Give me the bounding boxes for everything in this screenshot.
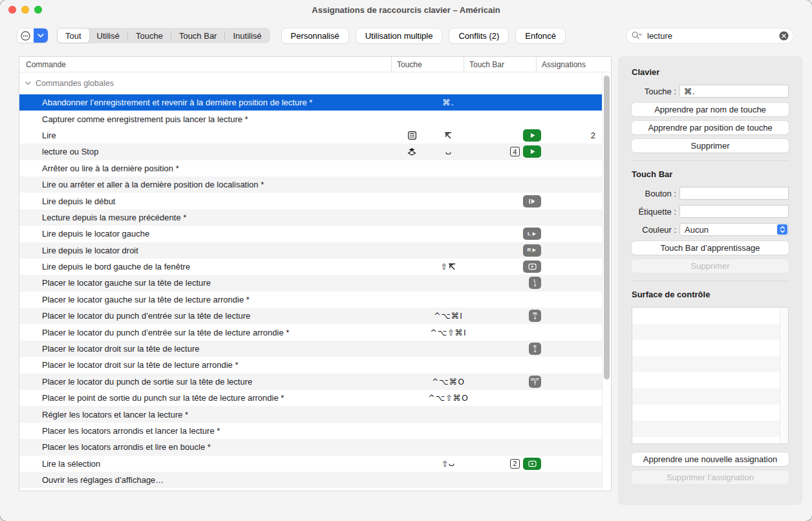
filter-inutilise[interactable]: Inutilisé bbox=[225, 28, 269, 43]
key-field[interactable] bbox=[679, 85, 789, 98]
table-row[interactable]: Placer le point de sortie du punch sur l… bbox=[19, 390, 602, 406]
table-row[interactable]: Lire ou arrêter et aller à la dernière p… bbox=[19, 176, 602, 193]
learn-by-key-position-button[interactable]: Apprendre par position de touche bbox=[632, 121, 789, 134]
window-title: Assignations de raccourcis clavier – Amé… bbox=[0, 0, 812, 19]
touch-bar-cell: R↓ bbox=[473, 343, 545, 355]
touch-bar-button-label: Bouton : bbox=[632, 189, 676, 198]
learn-by-key-name-button[interactable]: Apprendre par nom de touche bbox=[632, 103, 789, 116]
window-controls bbox=[8, 6, 42, 14]
learn-new-assignment-button[interactable]: Apprendre une nouvelle assignation bbox=[632, 452, 789, 466]
titlebar: Assignations de raccourcis clavier – Amé… bbox=[0, 0, 812, 19]
touch-bar-cell: L↓ bbox=[473, 277, 545, 289]
touch-bar-cell: L bbox=[473, 228, 545, 240]
table-row[interactable]: Placer les locators arrondis et lancer l… bbox=[19, 423, 602, 439]
touch-bar-play-badge bbox=[523, 145, 541, 158]
touch-bar-count-badge: 4 bbox=[510, 147, 520, 156]
table-row[interactable]: Lecture depuis la mesure précédente * bbox=[19, 209, 602, 226]
chevron-down-icon[interactable] bbox=[34, 28, 48, 43]
utilisation-multiple-button[interactable]: Utilisation multiple bbox=[356, 28, 442, 43]
key-commands-window: Assignations de raccourcis clavier – Amé… bbox=[0, 0, 812, 521]
table-row[interactable]: Placer le locator gauche sur la tête de … bbox=[19, 275, 602, 291]
touch-bar-stack-badge: OUT↑ bbox=[529, 376, 541, 388]
key-shortcut: ⌘. bbox=[423, 98, 473, 107]
select-stepper-icon[interactable] bbox=[777, 224, 787, 235]
table-row[interactable]: Placer les locators arrondis et lire en … bbox=[19, 439, 602, 455]
table-row[interactable]: Ouvrir les réglages d’affichage… bbox=[19, 472, 602, 488]
table-row[interactable]: Lire la sélection⇧2 bbox=[19, 456, 602, 472]
touch-bar-play-badge bbox=[523, 129, 541, 142]
touch-bar-cell bbox=[473, 195, 545, 207]
touch-bar-cell: IN↓ bbox=[473, 310, 545, 322]
filter-touche[interactable]: Touche bbox=[128, 28, 171, 43]
command-label: Abandonner l’enregistrement et revenir à… bbox=[19, 98, 400, 107]
command-label: Régler les locators et lancer la lecture… bbox=[19, 410, 400, 420]
touch-bar-label-label: Étiquette : bbox=[632, 207, 676, 217]
table-row[interactable]: Lire2 bbox=[19, 127, 602, 144]
table-row[interactable]: Placer le locator du punch d’entrée sur … bbox=[19, 308, 602, 324]
touch-bar-cell: 2 bbox=[473, 458, 545, 470]
touch-bar-button-field[interactable] bbox=[679, 187, 789, 200]
table-row[interactable]: Abandonner l’enregistrement et revenir à… bbox=[19, 94, 602, 111]
table-row[interactable]: Lire depuis le début bbox=[19, 193, 602, 209]
delete-key-button[interactable]: Supprimer bbox=[632, 139, 789, 153]
key-shortcut: ^⌥⌘O bbox=[423, 377, 473, 387]
command-label: Lire bbox=[19, 131, 400, 140]
delete-assignment-button: Supprimer l’assignation bbox=[632, 471, 789, 484]
table-scrollbar-thumb[interactable] bbox=[604, 76, 610, 379]
filter-touch-bar[interactable]: Touch Bar bbox=[171, 28, 225, 43]
table-row[interactable]: Régler les locators et lancer la lecture… bbox=[19, 406, 602, 422]
circle-ellipsis-icon[interactable] bbox=[17, 28, 34, 43]
command-label: Placer le locator droit sur la tête de l… bbox=[19, 344, 400, 354]
table-row[interactable]: Capturer comme enregistrement puis lance… bbox=[19, 111, 602, 127]
zoom-window-button[interactable] bbox=[34, 6, 42, 14]
table-row[interactable]: Lire depuis le locator droitR bbox=[19, 242, 602, 259]
table-row[interactable]: lecture ou Stop4 bbox=[19, 144, 602, 160]
filter-segmented-control: Tout Utilisé Touche Touch Bar Inutilisé bbox=[57, 28, 270, 43]
command-label: Lire depuis le bord gauche de la fenêtre bbox=[19, 262, 400, 271]
column-header-assignations[interactable]: Assignations bbox=[536, 57, 611, 72]
close-window-button[interactable] bbox=[8, 6, 16, 14]
color-select-value: Aucun bbox=[685, 225, 709, 235]
table-row[interactable]: Lire depuis le bord gauche de la fenêtre… bbox=[19, 259, 602, 275]
touch-bar-learn-button[interactable]: Touch Bar d’apprentissage bbox=[632, 241, 789, 255]
column-header-touche[interactable]: Touche bbox=[391, 57, 464, 72]
color-select[interactable]: Aucun bbox=[679, 223, 789, 236]
search-field[interactable] bbox=[626, 28, 793, 43]
table-row[interactable]: Placer le locator droit sur la tête de l… bbox=[19, 341, 602, 357]
touch-bar-stack-badge: R↓ bbox=[529, 343, 541, 355]
filter-utilise[interactable]: Utilisé bbox=[89, 28, 127, 43]
command-table-body: Commandes globalesAbandonner l’enregistr… bbox=[19, 72, 611, 488]
table-scrollbar[interactable] bbox=[602, 73, 611, 491]
group-row-commandes-globales[interactable]: Commandes globales bbox=[19, 72, 602, 94]
key-shortcut: ^⌥⇧⌘I bbox=[423, 328, 473, 337]
command-label: Placer le locator du punch de sortie sur… bbox=[19, 377, 400, 387]
table-row[interactable]: Placer le locator du punch de sortie sur… bbox=[19, 374, 602, 390]
clear-search-icon[interactable] bbox=[779, 31, 789, 41]
command-label: Lecture depuis la mesure précédente * bbox=[19, 213, 400, 222]
search-input[interactable] bbox=[646, 30, 779, 41]
action-menu-split-button[interactable] bbox=[17, 28, 48, 43]
table-row[interactable]: Placer le locator droit sur la tête de l… bbox=[19, 357, 602, 373]
touch-bar-cell bbox=[473, 129, 545, 142]
command-label: Placer le locator du punch d’entrée sur … bbox=[19, 311, 400, 321]
control-surface-assignment-list[interactable] bbox=[632, 307, 789, 444]
touch-bar-box-play-badge bbox=[523, 458, 541, 470]
touch-bar-cell: R bbox=[473, 244, 545, 257]
table-row[interactable]: Placer le locator gauche sur la tête de … bbox=[19, 292, 602, 308]
touch-bar-cell bbox=[473, 260, 545, 273]
table-row[interactable]: Arrêter ou lire à la dernière position * bbox=[19, 160, 602, 176]
command-label: Placer le locator gauche sur la tête de … bbox=[19, 278, 400, 288]
personnalise-button[interactable]: Personnalisé bbox=[282, 28, 348, 43]
column-header-commande[interactable]: Commande bbox=[19, 57, 391, 72]
conflits-button[interactable]: Conflits (2) bbox=[449, 28, 508, 43]
filter-tout[interactable]: Tout bbox=[58, 28, 89, 43]
enfonce-button[interactable]: Enfoncé bbox=[516, 28, 565, 43]
table-row[interactable]: Lire depuis le locator gaucheL bbox=[19, 226, 602, 242]
divider bbox=[632, 160, 789, 161]
command-label: Lire depuis le début bbox=[19, 197, 400, 206]
column-header-touch-bar[interactable]: Touch Bar bbox=[464, 57, 536, 72]
table-row[interactable]: Placer le locator du punch d’entrée sur … bbox=[19, 324, 602, 340]
touch-bar-label-field[interactable] bbox=[679, 205, 789, 218]
command-label: Capturer comme enregistrement puis lance… bbox=[19, 114, 400, 124]
minimize-window-button[interactable] bbox=[21, 6, 29, 14]
